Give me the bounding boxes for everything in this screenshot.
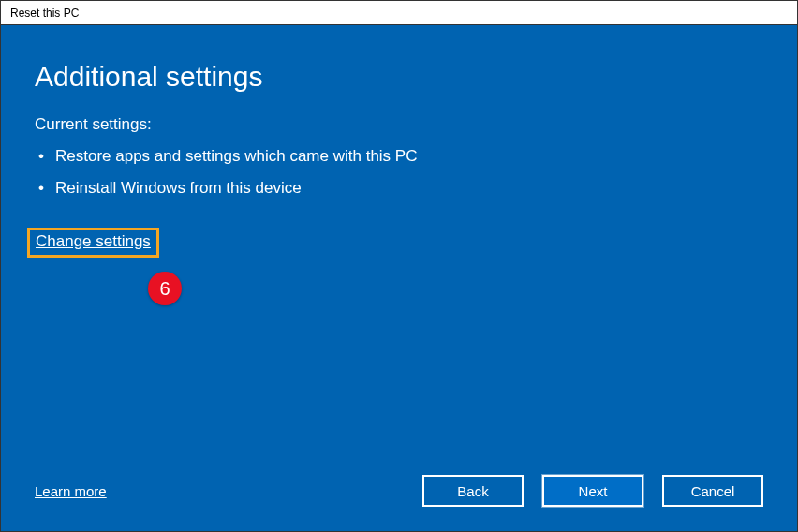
- reset-pc-dialog: Reset this PC Additional settings Curren…: [0, 0, 798, 532]
- step-annotation-badge: 6: [148, 272, 182, 305]
- list-item: Reinstall Windows from this device: [35, 179, 763, 198]
- footer: Learn more Back Next Cancel: [35, 475, 763, 507]
- cancel-button[interactable]: Cancel: [662, 475, 763, 507]
- change-settings-link[interactable]: Change settings: [36, 232, 151, 250]
- next-button[interactable]: Next: [542, 475, 643, 507]
- highlight-box: Change settings: [27, 228, 159, 258]
- content-area: Additional settings Current settings: Re…: [1, 25, 797, 531]
- current-settings-label: Current settings:: [35, 115, 763, 134]
- learn-more-link[interactable]: Learn more: [35, 483, 107, 499]
- page-heading: Additional settings: [35, 61, 763, 93]
- window-title: Reset this PC: [10, 7, 79, 20]
- button-row: Back Next Cancel: [422, 475, 763, 507]
- step-number: 6: [159, 278, 170, 300]
- list-item: Restore apps and settings which came wit…: [35, 147, 763, 166]
- settings-list: Restore apps and settings which came wit…: [35, 147, 763, 211]
- back-button[interactable]: Back: [422, 475, 524, 507]
- titlebar: Reset this PC: [1, 1, 797, 25]
